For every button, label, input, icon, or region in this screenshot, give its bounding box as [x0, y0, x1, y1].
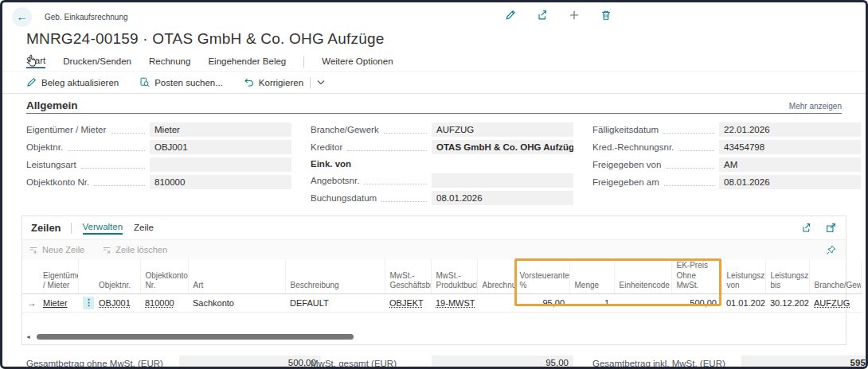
col-header[interactable]: MwSt.-Geschäftsbuc...: [385, 259, 431, 293]
field-row: Fälligkeitsdatum 22.01.2026: [592, 121, 861, 138]
cell-art[interactable]: Sachkonto: [193, 298, 234, 308]
col-header[interactable]: Menge: [569, 259, 614, 293]
cell-leistungszeitraum-bis[interactable]: 30.12.2026: [770, 298, 809, 308]
cell-beschreibung[interactable]: DEFAULT: [290, 298, 329, 308]
dot-leader: [384, 126, 427, 134]
horizontal-scrollbar[interactable]: ◄: [29, 334, 841, 340]
show-more-link[interactable]: Mehr anzeigen: [789, 102, 842, 111]
cell-branche-gewerk[interactable]: AUFZUG: [814, 298, 850, 308]
new-document-icon[interactable]: [568, 9, 580, 21]
edit-icon[interactable]: [504, 9, 516, 21]
field-leistungsart[interactable]: [150, 157, 291, 172]
col-header[interactable]: EK-Preis Ohne MwSt.: [671, 259, 721, 293]
lines-tab-zeile[interactable]: Zeile: [134, 223, 154, 234]
row-options-icon[interactable]: ⋮: [83, 297, 94, 309]
field-label: Freigegeben von: [592, 160, 661, 169]
col-header[interactable]: MwSt.-Produktbuch...: [431, 259, 477, 293]
total-gross-value: 595,00: [741, 355, 868, 369]
cell-objektkonto-nr[interactable]: 810000: [145, 298, 174, 308]
field-label: Freigegeben am: [592, 177, 659, 187]
chevron-down-icon[interactable]: [317, 80, 325, 85]
field-freigegeben-von[interactable]: AM: [719, 157, 861, 172]
field-kred-rechnungsnr[interactable]: 43454798: [719, 140, 861, 154]
field-label: Buchungsdatum: [311, 193, 377, 203]
breadcrumb: Geb. Einkaufsrechnung: [45, 13, 128, 21]
field-kreditor[interactable]: OTAS GmbH & Co. OHG Aufzüge: [432, 140, 573, 154]
col-header[interactable]: Objektnr.: [94, 259, 140, 293]
header-menu-col: [78, 259, 94, 293]
total-label: MwSt. gesamt (EUR): [311, 359, 397, 368]
field-row: Kred.-Rechnungsnr. 43454798: [592, 138, 861, 156]
field-branche-gewerk[interactable]: AUFZUG: [432, 122, 573, 137]
table-row[interactable]: → Mieter ⋮ OBJ001 810000 Sachkonto DEFAU…: [22, 293, 862, 312]
update-document-button[interactable]: Beleg aktualisieren: [26, 77, 119, 87]
tab-eingehender-beleg[interactable]: Eingehender Beleg: [208, 56, 286, 68]
col-header[interactable]: Eigentümer / Mieter: [38, 259, 78, 293]
total-gross: Gesamtbetrag inkl. MwSt. (EUR) 595,00: [592, 355, 861, 369]
field-row: Freigegeben am 08.01.2026: [592, 173, 861, 191]
dot-leader: [68, 143, 145, 151]
cell-objektnr[interactable]: OBJ001: [99, 298, 131, 308]
cell-ek-preis[interactable]: 500,00: [690, 298, 717, 308]
dot-leader: [111, 126, 145, 134]
col-header[interactable]: Leistungsz... von: [721, 259, 765, 293]
lines-tab-verwalten[interactable]: Verwalten: [83, 222, 123, 235]
page-actions: [504, 9, 612, 21]
open-in-window-icon[interactable]: [826, 223, 836, 233]
cell-menge[interactable]: 1: [604, 298, 609, 308]
cell-mwst-produktbuchung[interactable]: 19-MWST: [436, 298, 475, 308]
share-icon[interactable]: [536, 9, 548, 21]
field-faelligkeitsdatum[interactable]: 22.01.2026: [719, 122, 861, 137]
find-entries-button[interactable]: Posten suchen...: [139, 77, 223, 87]
share-icon[interactable]: [801, 223, 811, 233]
undo-icon: [244, 77, 254, 87]
col-header[interactable]: Leistungsz... bis: [765, 259, 809, 293]
field-angebotsnr[interactable]: [432, 173, 573, 188]
col-header[interactable]: Branche/Gew...: [809, 259, 862, 293]
scroll-left-icon[interactable]: ◄: [25, 334, 31, 340]
col-header[interactable]: Vorsteueranteil %: [514, 259, 569, 293]
general-form: Eigentümer / Mieter Mieter Objektnr. OBJ…: [26, 121, 842, 207]
lines-heading: Zeilen: [31, 222, 61, 234]
tab-start[interactable]: Start: [26, 56, 45, 68]
cell-vorsteueranteil[interactable]: 95,00: [542, 298, 565, 308]
field-objektkonto-nr[interactable]: 810000: [150, 175, 291, 189]
col-header[interactable]: Beschreibung: [285, 259, 385, 293]
col-header[interactable]: Abrechnungs...: [477, 259, 514, 293]
tab-drucken-senden[interactable]: Drucken/Senden: [63, 56, 131, 68]
scrollbar-thumb[interactable]: [37, 334, 354, 340]
tab-weitere-optionen[interactable]: Weitere Optionen: [322, 56, 393, 68]
field-row: Objektkonto Nr. 810000: [26, 173, 291, 191]
delete-line-icon: [102, 245, 111, 254]
col-header[interactable]: Objektkonto Nr.: [140, 259, 188, 293]
divider: [2, 93, 866, 94]
field-freigegeben-am[interactable]: 08.01.2026: [719, 175, 861, 189]
total-net-value: 500,00: [179, 355, 321, 369]
field-eigentuemer-mieter[interactable]: Mieter: [150, 122, 291, 137]
tab-rechnung[interactable]: Rechnung: [149, 56, 190, 68]
general-column-3: Fälligkeitsdatum 22.01.2026 Kred.-Rechnu…: [592, 121, 861, 207]
dot-leader: [730, 359, 737, 367]
field-label: Objektkonto Nr.: [26, 177, 89, 187]
new-line-button: Neue Zeile: [29, 245, 84, 254]
total-label: Gesamtbetrag ohne MwSt. (EUR): [26, 359, 163, 368]
header-arrow-col: [22, 259, 38, 293]
field-row: Branche/Gewerk AUFZUG: [311, 121, 573, 138]
field-objektnr[interactable]: OBJ001: [150, 140, 291, 154]
delete-icon[interactable]: [600, 9, 612, 21]
dot-leader: [401, 359, 427, 367]
dot-leader: [664, 178, 714, 186]
total-vat: MwSt. gesamt (EUR) 95,00: [311, 355, 573, 369]
col-header[interactable]: Einheitencode: [614, 259, 671, 293]
pin-icon[interactable]: [826, 245, 836, 255]
row-selector-arrow-icon: →: [27, 297, 37, 309]
field-buchungsdatum[interactable]: 08.01.2026: [432, 191, 573, 205]
correct-button[interactable]: Korrigieren: [244, 77, 303, 87]
cell-leistungszeitraum-von[interactable]: 01.01.2026: [726, 298, 765, 308]
cell-eigentuemer-mieter[interactable]: Mieter: [43, 298, 68, 308]
table-header-row: Eigentümer / Mieter Objektnr. Objektkont…: [22, 259, 862, 293]
cell-mwst-geschaeftsbuchung[interactable]: OBJEKT: [389, 298, 424, 308]
divider: [2, 71, 866, 72]
back-button[interactable]: ←: [12, 7, 32, 27]
col-header[interactable]: Art: [188, 259, 285, 293]
